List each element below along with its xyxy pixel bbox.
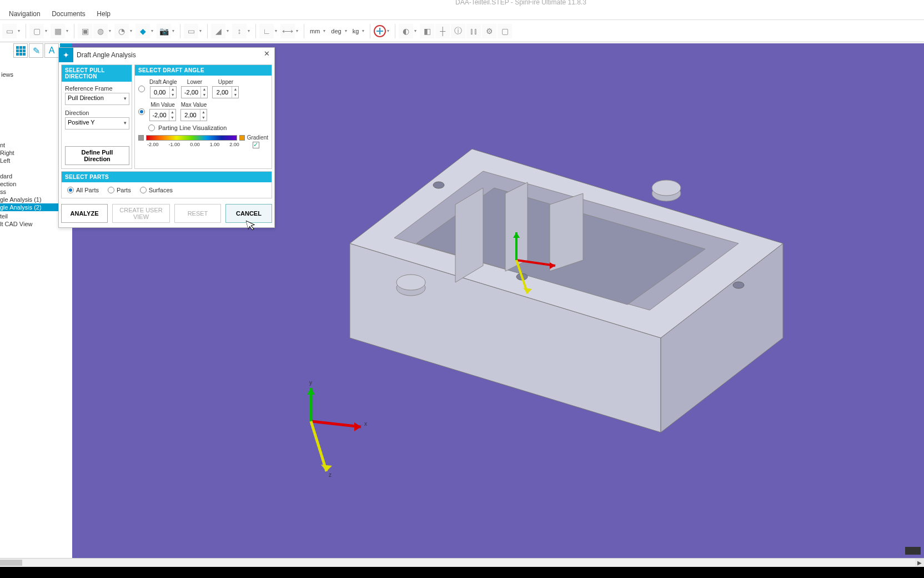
mode-min-max-radio[interactable] [138,108,145,115]
dropdown-icon[interactable]: ▾ [130,28,134,33]
create-user-view-button[interactable]: CREATE USER VIEW [112,204,170,223]
unit-length[interactable]: mm [308,28,322,34]
dropdown-icon[interactable]: ▾ [45,28,49,33]
dropdown-icon[interactable]: ▾ [362,28,366,33]
axes-icon[interactable]: ┼ [435,24,450,38]
parting-line-radio[interactable] [148,124,155,131]
dropdown-icon[interactable]: ▾ [199,28,204,33]
close-icon[interactable]: ✕ [261,49,272,61]
globe-icon[interactable] [374,25,386,37]
cylinder-icon[interactable]: ◍ [93,24,108,38]
surfaces-radio[interactable]: Surfaces [140,187,173,193]
dropdown-icon[interactable]: ▾ [387,28,391,33]
min-value-label: Min Value [150,102,175,108]
svg-point-14 [733,282,744,288]
screen-icon[interactable]: ▭ [184,24,198,38]
reset-button[interactable]: RESET [174,204,221,223]
chevron-down-icon: ▾ [124,96,127,101]
svg-point-9 [396,275,425,290]
dimension-icon[interactable]: ⟷ [280,24,295,38]
draft-angle-dialog: ✦ Draft Angle Analysis ✕ SELECT PULL DIR… [58,47,275,228]
direction-combo[interactable]: Positive Y▾ [65,117,129,129]
all-parts-radio[interactable]: All Parts [67,187,99,193]
stats-icon[interactable]: ⫿⫿ [466,24,481,38]
camera-icon[interactable]: 📷 [157,24,171,38]
scrollbar-thumb[interactable] [0,560,22,566]
corner-axes-gizmo: x y z [307,380,367,477]
app-window-title: DAA-Teilteil.STEP - SpinFire Ultimate 11… [455,0,586,6]
open-icon[interactable]: ▭ [2,24,17,38]
svg-point-12 [433,182,444,188]
upper-input[interactable]: ▲▼ [212,86,239,98]
gear-icon[interactable]: ⚙ [482,24,496,38]
direction-label: Direction [65,109,128,116]
iso-cube-icon[interactable]: ◧ [420,24,434,38]
min-value-input[interactable]: ▲▼ [149,109,176,121]
plane-icon[interactable]: ◢ [211,24,225,38]
reference-frame-combo[interactable]: Pull Direction▾ [65,93,129,105]
analyze-button[interactable]: ANALYZE [61,204,108,223]
dropdown-icon[interactable]: ▾ [323,28,328,33]
dropdown-icon[interactable]: ▾ [172,28,177,33]
gradient-high-swatch [239,135,245,141]
define-pull-direction-button[interactable]: Define Pull Direction [65,146,129,165]
parting-line-label: Parting Line Visualization [158,124,227,131]
menu-navigation[interactable]: Navigation [4,8,45,20]
svg-marker-24 [307,388,315,395]
separator [395,24,395,38]
gradient-tick-labels: -2.00 -1.00 0.00 1.00 2.00 [147,142,259,148]
draft-angle-input[interactable]: ▲▼ [150,86,177,98]
lower-input[interactable]: ▲▼ [181,86,208,98]
parts-radio[interactable]: Parts [108,187,131,193]
separator [304,24,304,38]
arrow-up-icon[interactable]: ↕ [232,24,247,38]
scrollbar-right-arrow-icon[interactable]: ▶ [915,559,924,567]
dropdown-icon[interactable]: ▾ [18,28,22,33]
horizontal-scrollbar[interactable]: ▶ [0,558,924,567]
dropdown-icon[interactable]: ▾ [275,28,279,33]
svg-text:z: z [329,472,332,477]
angle-icon[interactable]: ∟ [259,24,274,38]
dropdown-icon[interactable]: ▾ [296,28,300,33]
dropdown-icon[interactable]: ▾ [248,28,252,33]
text-tab-icon[interactable]: A [44,43,59,58]
gradient-bar [146,135,237,141]
dropdown-icon[interactable]: ▾ [227,28,231,33]
spinner-up-icon: ▲ [170,87,176,92]
info-icon[interactable]: ⓘ [451,24,465,38]
dropdown-icon[interactable]: ▾ [109,28,113,33]
pull-direction-header: SELECT PULL DIRECTION [62,65,132,82]
chevron-down-icon: ▾ [124,120,127,126]
gradient-low-swatch [138,135,144,141]
gradient-label: Gradient [247,134,268,141]
main-toolbar: ▭▾ ▢▾ ▦▾ ▣ ◍▾ ◔▾ ◆▾ 📷▾ ▭▾ ◢▾ ↕▾ ∟▾ ⟷▾ mm… [0,20,924,42]
svg-marker-5 [455,188,483,282]
svg-marker-26 [321,465,332,471]
dropdown-icon[interactable]: ▾ [66,28,71,33]
menu-documents[interactable]: Documents [47,8,90,20]
cube-point-icon[interactable]: ◆ [135,24,150,38]
dropdown-icon[interactable]: ▾ [151,28,155,33]
max-value-input[interactable]: ▲▼ [180,109,207,121]
edit-tab-icon[interactable]: ✎ [29,43,43,58]
mode-draft-angle-radio[interactable] [138,86,145,92]
menu-bar: Navigation Documents Help [0,8,924,20]
dialog-icon: ✦ [59,48,73,62]
thumbnails-tab-icon[interactable] [13,43,28,58]
dialog-title: Draft Angle Analysis [77,51,261,59]
sphere-icon[interactable]: ◐ [399,24,413,38]
unit-mass[interactable]: kg [350,28,361,34]
window-icon[interactable]: ▢ [498,24,512,38]
viewport-status-widget [905,547,921,555]
unit-angle[interactable]: deg [329,28,343,34]
svg-point-11 [652,180,681,196]
cone-icon[interactable]: ◔ [114,24,129,38]
box-icon[interactable]: ▣ [78,24,92,38]
svg-marker-7 [550,193,583,271]
view-grid-icon[interactable]: ▦ [51,24,65,38]
menu-help[interactable]: Help [92,8,115,20]
dropdown-icon[interactable]: ▾ [345,28,349,33]
dropdown-icon[interactable]: ▾ [414,28,419,33]
gradient-checkbox[interactable] [253,142,259,148]
view-single-icon[interactable]: ▢ [29,24,44,38]
